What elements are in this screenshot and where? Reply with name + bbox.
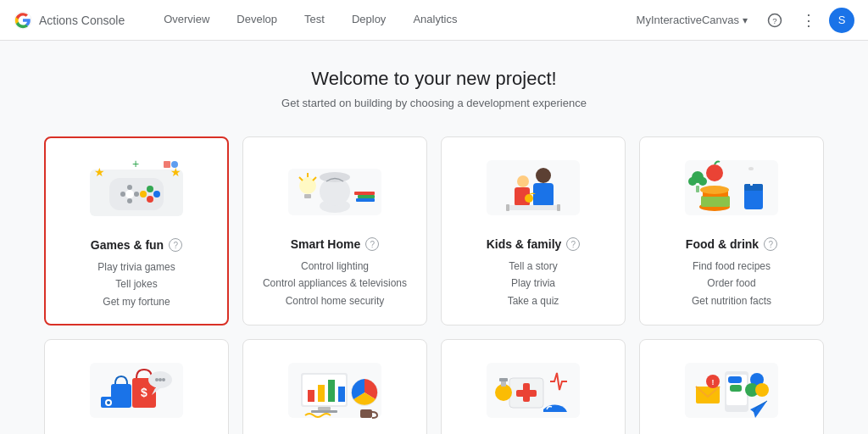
welcome-section: Welcome to your new project! Get started… — [44, 68, 824, 109]
card-games-header: Games & fun ? — [91, 238, 182, 252]
svg-rect-81 — [499, 378, 508, 381]
svg-rect-69 — [318, 385, 325, 402]
card-health[interactable]: Health & fitness ? Get info about health… — [441, 339, 626, 434]
svg-rect-30 — [533, 183, 554, 207]
more-icon: ⋮ — [801, 11, 816, 30]
card-games-desc: Play trivia games Tell jokes Get my fort… — [97, 259, 175, 310]
svg-point-12 — [147, 196, 153, 203]
svg-rect-25 — [356, 198, 375, 202]
project-name: MyInteractiveCanvas — [637, 14, 739, 26]
svg-point-62 — [162, 378, 165, 381]
card-kids-image — [482, 151, 584, 227]
food-help-icon[interactable]: ? — [764, 237, 777, 251]
main-nav: Overview Develop Test Deploy Analytics — [152, 0, 629, 41]
svg-rect-68 — [308, 390, 314, 402]
svg-rect-24 — [304, 194, 311, 198]
svg-point-7 — [127, 185, 132, 190]
smarthome-help-icon[interactable]: ? — [365, 237, 379, 251]
svg-point-11 — [153, 191, 160, 198]
card-kids[interactable]: Kids & family ? Tell a story Play trivia… — [441, 136, 626, 326]
svg-rect-67 — [311, 410, 337, 413]
svg-point-31 — [517, 175, 529, 187]
card-smarthome-image — [284, 151, 386, 227]
svg-text:?: ? — [772, 15, 777, 25]
svg-rect-70 — [328, 380, 335, 402]
svg-point-13 — [140, 191, 147, 198]
svg-rect-27 — [354, 192, 375, 195]
card-food-desc: Find food recipes Order food Get nutriti… — [692, 258, 771, 309]
svg-text:$: $ — [141, 386, 147, 399]
svg-point-9 — [134, 192, 139, 197]
card-shopping[interactable]: $ Shopping ? Manage shopping — [44, 339, 229, 434]
svg-point-57 — [107, 401, 110, 404]
svg-text:!: ! — [712, 378, 715, 387]
card-smarthome-desc: Control lighting Control appliances & te… — [263, 258, 407, 309]
card-social[interactable]: ! Social & communication ? Make phone ca… — [639, 339, 824, 434]
svg-point-6 — [120, 192, 125, 197]
nav-overview[interactable]: Overview — [152, 0, 221, 41]
card-smarthome-header: Smart Home ? — [291, 237, 379, 251]
svg-point-36 — [525, 194, 533, 203]
card-kids-header: Kids & family ? — [487, 237, 581, 251]
card-games-title: Games & fun — [91, 238, 164, 252]
svg-point-41 — [700, 186, 729, 194]
card-food[interactable]: Food & drink ? Find food recipes Order f… — [639, 136, 824, 326]
svg-rect-43 — [744, 184, 763, 191]
svg-point-46 — [706, 164, 723, 181]
svg-rect-26 — [358, 195, 375, 198]
svg-point-18 — [171, 161, 178, 168]
card-business-image — [284, 353, 386, 430]
card-smarthome-title: Smart Home — [291, 237, 360, 251]
nav-test[interactable]: Test — [292, 0, 337, 41]
svg-point-48 — [688, 177, 697, 186]
svg-rect-85 — [728, 376, 742, 383]
card-games-image: ★ ★ + — [86, 152, 187, 228]
svg-point-92 — [755, 383, 769, 397]
help-icon: ? — [767, 13, 782, 28]
welcome-subtitle: Get started on building by choosing a de… — [44, 97, 824, 109]
card-kids-title: Kids & family — [487, 237, 562, 251]
svg-point-10 — [147, 186, 153, 192]
main-content: Welcome to your new project! Get started… — [27, 41, 841, 434]
svg-text:+: + — [132, 157, 139, 170]
card-business[interactable]: Business & finance ? Check financial mar… — [242, 339, 427, 434]
nav-analytics[interactable]: Analytics — [401, 0, 469, 41]
google-logo-icon — [14, 11, 32, 30]
nav-develop[interactable]: Develop — [225, 0, 289, 41]
svg-point-22 — [320, 172, 350, 182]
card-social-image: ! — [681, 353, 782, 430]
help-button[interactable]: ? — [761, 7, 788, 34]
cards-grid: ★ ★ + Games & fun ? Play trivia games Te… — [44, 136, 824, 434]
more-options-button[interactable]: ⋮ — [795, 7, 822, 34]
nav-deploy[interactable]: Deploy — [340, 0, 398, 41]
svg-point-45 — [748, 167, 754, 170]
svg-rect-78 — [516, 390, 537, 397]
svg-rect-50 — [696, 186, 699, 192]
svg-rect-35 — [557, 204, 560, 211]
svg-rect-33 — [508, 205, 559, 210]
welcome-title: Welcome to your new project! — [44, 68, 824, 90]
svg-text:★: ★ — [94, 165, 105, 179]
svg-point-60 — [155, 378, 159, 381]
svg-rect-86 — [730, 385, 742, 392]
kids-help-icon[interactable]: ? — [566, 237, 580, 251]
card-food-header: Food & drink ? — [686, 237, 777, 251]
project-selector[interactable]: MyInteractiveCanvas ▾ — [630, 10, 754, 30]
chevron-down-icon: ▾ — [743, 14, 748, 26]
card-smarthome[interactable]: Smart Home ? Control lighting Control ap… — [242, 136, 427, 326]
svg-point-49 — [698, 177, 707, 186]
svg-rect-17 — [164, 161, 170, 168]
card-health-image — [482, 353, 584, 430]
header-right: MyInteractiveCanvas ▾ ? ⋮ S — [630, 7, 854, 34]
svg-point-29 — [536, 168, 551, 183]
app-header: Actions Console Overview Develop Test De… — [0, 0, 868, 41]
user-avatar[interactable]: S — [829, 8, 854, 33]
logo-area: Actions Console — [14, 11, 125, 30]
svg-rect-39 — [701, 196, 730, 207]
svg-rect-71 — [338, 387, 345, 402]
card-shopping-image: $ — [86, 353, 187, 430]
card-games[interactable]: ★ ★ + Games & fun ? Play trivia games Te… — [44, 136, 229, 326]
games-help-icon[interactable]: ? — [169, 238, 182, 252]
app-title: Actions Console — [39, 14, 125, 27]
svg-rect-73 — [360, 409, 372, 418]
